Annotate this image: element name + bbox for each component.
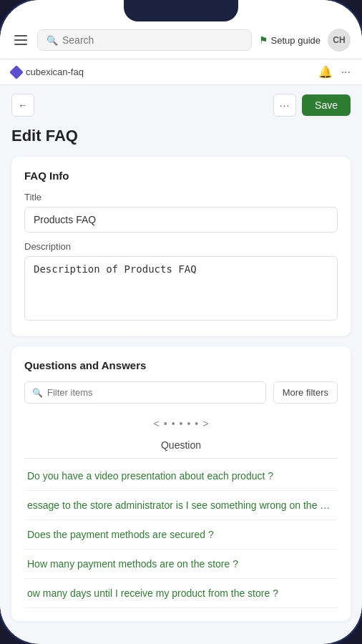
save-button[interactable]: Save bbox=[302, 94, 351, 116]
qa-section-title: Questions and Answers bbox=[24, 359, 338, 371]
setup-guide[interactable]: ⚑ Setup guide bbox=[259, 34, 321, 46]
qa-header: 🔍 More filters bbox=[24, 381, 338, 404]
diamond-icon bbox=[9, 65, 24, 79]
filter-search-icon: 🔍 bbox=[32, 388, 43, 398]
search-icon: 🔍 bbox=[47, 35, 58, 46]
breadcrumb-more-dots[interactable]: ··· bbox=[341, 66, 351, 79]
avatar[interactable]: CH bbox=[328, 29, 351, 52]
breadcrumb-left: cubexican-faq bbox=[11, 67, 84, 77]
faq-info-title: FAQ Info bbox=[24, 170, 338, 182]
phone-frame: 🔍 ⚑ Setup guide CH cubexican-faq 🔔 ··· bbox=[0, 0, 362, 644]
search-input[interactable] bbox=[62, 34, 243, 46]
filter-search[interactable]: 🔍 bbox=[24, 381, 266, 404]
title-input[interactable] bbox=[24, 207, 338, 233]
back-button[interactable]: ← bbox=[11, 94, 34, 117]
more-options-button[interactable]: ··· bbox=[273, 94, 296, 117]
pagination-dots[interactable]: < • • • • • > bbox=[24, 412, 338, 435]
more-filters-button[interactable]: More filters bbox=[273, 381, 338, 404]
page-title: Edit FAQ bbox=[11, 127, 351, 145]
menu-icon[interactable] bbox=[11, 32, 30, 48]
qa-item-1[interactable]: Do you have a video presentation about e… bbox=[24, 462, 338, 491]
title-label: Title bbox=[24, 192, 338, 203]
search-bar[interactable]: 🔍 bbox=[37, 29, 252, 51]
flag-icon: ⚑ bbox=[259, 34, 268, 46]
qa-item-2[interactable]: essage to the store administrator is I s… bbox=[24, 491, 338, 520]
page-content: ← ··· Save Edit FAQ FAQ Info Title Descr… bbox=[0, 85, 362, 636]
description-label: Description bbox=[24, 241, 338, 252]
page-header: ← ··· Save bbox=[11, 94, 351, 117]
faq-info-card: FAQ Info Title Description Description o… bbox=[11, 157, 351, 336]
qa-item-4[interactable]: How many payment methods are on the stor… bbox=[24, 550, 338, 579]
breadcrumb-text: cubexican-faq bbox=[26, 67, 84, 77]
qa-item-3[interactable]: Does the payment methods are secured ? bbox=[24, 520, 338, 550]
bell-icon[interactable]: 🔔 bbox=[318, 65, 333, 79]
qa-card: Questions and Answers 🔍 More filters < •… bbox=[11, 346, 351, 621]
filter-input[interactable] bbox=[47, 387, 258, 398]
phone-screen: 🔍 ⚑ Setup guide CH cubexican-faq 🔔 ··· bbox=[0, 0, 362, 644]
header-actions: ··· Save bbox=[273, 94, 351, 117]
column-header: Question bbox=[24, 435, 338, 459]
phone-notch bbox=[124, 0, 238, 21]
pagination-prev[interactable]: < bbox=[154, 418, 160, 429]
breadcrumb-right: 🔔 ··· bbox=[318, 65, 351, 79]
pagination-next[interactable]: > bbox=[202, 418, 208, 429]
setup-guide-label: Setup guide bbox=[271, 35, 321, 46]
description-input[interactable]: Description of Products FAQ bbox=[24, 256, 338, 321]
qa-item-5[interactable]: ow many days until I receive my product … bbox=[24, 579, 338, 608]
breadcrumb-bar: cubexican-faq 🔔 ··· bbox=[0, 59, 362, 85]
